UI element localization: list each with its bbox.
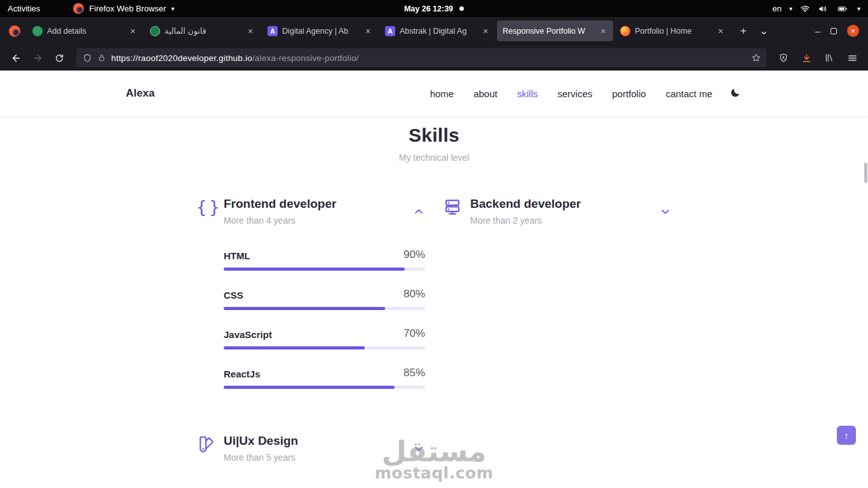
reload-button[interactable] bbox=[50, 49, 69, 67]
browser-tab-portfolio-home[interactable]: Portfolio | Home × bbox=[614, 20, 731, 41]
nav-item-about[interactable]: about bbox=[473, 88, 498, 99]
browser-tab-arabic[interactable]: قانون المالية × bbox=[144, 20, 261, 41]
browser-tab-add-details[interactable]: Add details × bbox=[27, 20, 143, 41]
system-tray[interactable]: en ▾ ▾ bbox=[772, 4, 860, 14]
caret-down-icon: ▾ bbox=[789, 5, 792, 12]
tab-close-icon[interactable]: × bbox=[597, 25, 609, 37]
site-header: Alexa home about skills services portfol… bbox=[0, 71, 868, 116]
browser-url-bar: https://raoof2020developer.github.io/ale… bbox=[0, 44, 868, 71]
skill-percentage: 90% bbox=[403, 248, 425, 261]
group-years: More than 5 years bbox=[224, 452, 412, 463]
scrollbar-thumb[interactable] bbox=[864, 163, 867, 183]
skill-percentage: 85% bbox=[403, 367, 425, 379]
tab-favicon bbox=[32, 26, 43, 36]
language-indicator[interactable]: en bbox=[772, 4, 781, 13]
library-icon[interactable] bbox=[820, 49, 839, 67]
skill-group-header[interactable]: {} Frontend developer More than 4 years bbox=[196, 197, 425, 226]
tab-title: Add details bbox=[47, 27, 122, 36]
browser-tab-digital-agency[interactable]: A Digital Agency | Ab × bbox=[262, 20, 378, 41]
tab-favicon bbox=[150, 26, 160, 36]
skill-name: JavaScript bbox=[224, 329, 272, 340]
browser-tab-bar: Add details × قانون المالية × A Digital … bbox=[0, 17, 868, 44]
firefox-icon bbox=[73, 3, 84, 14]
chevron-up-icon[interactable] bbox=[412, 205, 425, 218]
watermark-domain: mostaql.com bbox=[375, 464, 493, 482]
skill-row-css: CSS 80% bbox=[224, 288, 425, 310]
close-window-button[interactable]: × bbox=[847, 25, 859, 37]
tab-close-icon[interactable]: × bbox=[126, 25, 139, 37]
scroll-to-top-button[interactable]: ↑ bbox=[837, 426, 856, 445]
tab-favicon bbox=[620, 26, 630, 36]
lock-icon[interactable] bbox=[97, 53, 106, 62]
nav-item-services[interactable]: services bbox=[557, 88, 592, 99]
tab-title: قانون المالية bbox=[165, 26, 240, 36]
activities-button[interactable]: Activities bbox=[8, 4, 40, 13]
skill-list: HTML 90% CSS 80% bbox=[224, 248, 425, 389]
battery-icon bbox=[836, 4, 850, 14]
group-years: More than 2 years bbox=[470, 215, 659, 226]
skill-progress-fill bbox=[224, 307, 385, 310]
recording-indicator-icon bbox=[459, 6, 464, 11]
account-shield-icon[interactable] bbox=[774, 49, 793, 67]
skill-progress-fill bbox=[224, 268, 405, 271]
skill-name: HTML bbox=[224, 250, 250, 261]
url-text: https://raoof2020developer.github.io/ale… bbox=[111, 53, 746, 63]
chevron-down-icon[interactable] bbox=[412, 442, 425, 455]
skill-progress-fill bbox=[224, 346, 365, 349]
list-tabs-button[interactable]: ⌄ bbox=[755, 22, 773, 40]
skill-progress-bar bbox=[224, 346, 425, 349]
skill-row-reactjs: ReactJs 85% bbox=[224, 367, 425, 389]
server-icon bbox=[443, 198, 462, 219]
site-logo[interactable]: Alexa bbox=[126, 87, 154, 100]
skills-grid: {} Frontend developer More than 4 years … bbox=[196, 197, 672, 463]
group-title: Frontend developer bbox=[224, 197, 412, 211]
volume-icon bbox=[818, 4, 828, 14]
tab-close-icon[interactable]: × bbox=[362, 25, 374, 37]
skill-group-header[interactable]: Backend developer More than 2 years bbox=[443, 197, 672, 226]
new-tab-button[interactable]: + bbox=[735, 22, 752, 40]
chevron-down-icon[interactable] bbox=[659, 205, 672, 218]
menu-hamburger-icon[interactable] bbox=[843, 49, 862, 67]
app-menu[interactable]: Firefox Web Browser ▾ bbox=[73, 3, 174, 14]
tab-close-icon[interactable]: × bbox=[244, 25, 257, 37]
section-subtitle: My technical level bbox=[0, 152, 868, 163]
browser-tab-abstrak[interactable]: A Abstrak | Digital Ag × bbox=[379, 20, 496, 41]
url-input[interactable]: https://raoof2020developer.github.io/ale… bbox=[76, 48, 766, 67]
downloads-icon[interactable] bbox=[797, 49, 816, 67]
code-braces-icon: {} bbox=[196, 198, 215, 217]
web-page: Alexa home about skills services portfol… bbox=[0, 71, 868, 488]
skill-percentage: 70% bbox=[403, 327, 425, 340]
forward-button[interactable] bbox=[28, 49, 47, 67]
caret-down-icon: ▾ bbox=[857, 5, 860, 12]
maximize-button[interactable] bbox=[831, 28, 837, 34]
group-years: More than 4 years bbox=[224, 215, 412, 226]
tab-favicon: A bbox=[268, 26, 278, 36]
tab-title: Responsive Portfolio W bbox=[503, 27, 592, 36]
tab-title: Digital Agency | Ab bbox=[282, 27, 357, 36]
skill-group-header[interactable]: Ui|Ux Design More than 5 years bbox=[196, 434, 425, 463]
tab-close-icon[interactable]: × bbox=[479, 25, 492, 37]
tracking-shield-icon[interactable] bbox=[83, 53, 92, 63]
wifi-icon bbox=[800, 4, 810, 14]
nav-item-skills[interactable]: skills bbox=[517, 88, 538, 99]
group-title: Ui|Ux Design bbox=[224, 434, 412, 448]
site-nav: home about skills services portfolio can… bbox=[430, 87, 741, 100]
skill-name: ReactJs bbox=[224, 369, 261, 379]
tab-title: Abstrak | Digital Ag bbox=[400, 27, 475, 36]
clock[interactable]: May 26 12:39 bbox=[404, 0, 464, 17]
bookmark-star-icon[interactable] bbox=[751, 53, 761, 63]
tab-close-icon[interactable]: × bbox=[714, 25, 727, 37]
nav-item-home[interactable]: home bbox=[430, 88, 454, 99]
firefox-icon bbox=[9, 25, 20, 37]
skill-progress-bar bbox=[224, 307, 425, 310]
dark-mode-toggle[interactable] bbox=[729, 87, 741, 100]
skill-group-backend: Backend developer More than 2 years bbox=[443, 197, 672, 406]
nav-item-contact[interactable]: cantact me bbox=[666, 88, 712, 99]
browser-tab-responsive-portfolio[interactable]: Responsive Portfolio W × bbox=[497, 20, 613, 41]
screen: Activities Firefox Web Browser ▾ May 26 … bbox=[0, 0, 868, 488]
skill-group-frontend: {} Frontend developer More than 4 years … bbox=[196, 197, 425, 406]
nav-item-portfolio[interactable]: portfolio bbox=[612, 88, 646, 99]
skill-name: CSS bbox=[224, 290, 243, 301]
back-button[interactable] bbox=[6, 49, 25, 67]
minimize-button[interactable]: – bbox=[815, 25, 820, 36]
